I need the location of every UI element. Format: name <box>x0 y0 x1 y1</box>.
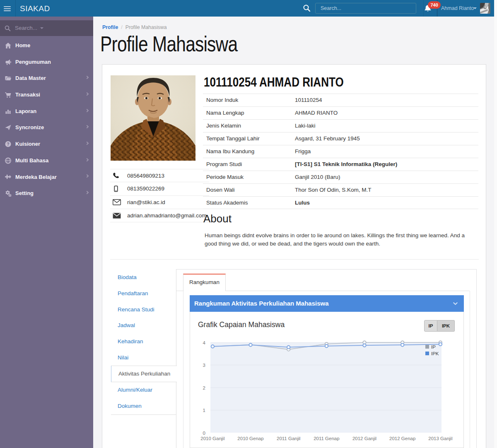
svg-text:IP: IP <box>431 344 436 349</box>
svg-text:2012 Genap: 2012 Genap <box>389 436 415 441</box>
svg-text:2010 Genap: 2010 Genap <box>237 436 263 441</box>
svg-text:2010 Ganjil: 2010 Ganjil <box>200 436 224 441</box>
svg-text:0: 0 <box>203 431 205 436</box>
svg-text:2013 Ganjil: 2013 Ganjil <box>428 436 452 441</box>
svg-text:4: 4 <box>203 340 206 345</box>
svg-text:2012 Ganjil: 2012 Ganjil <box>352 436 376 441</box>
svg-text:3: 3 <box>203 363 205 368</box>
svg-text:IPK: IPK <box>431 351 439 356</box>
svg-text:2011 Ganjil: 2011 Ganjil <box>277 436 300 441</box>
svg-text:2: 2 <box>203 385 205 390</box>
svg-text:?: ? <box>7 142 9 147</box>
svg-text:2011 Genap: 2011 Genap <box>314 436 339 441</box>
svg-text:1: 1 <box>203 408 205 413</box>
